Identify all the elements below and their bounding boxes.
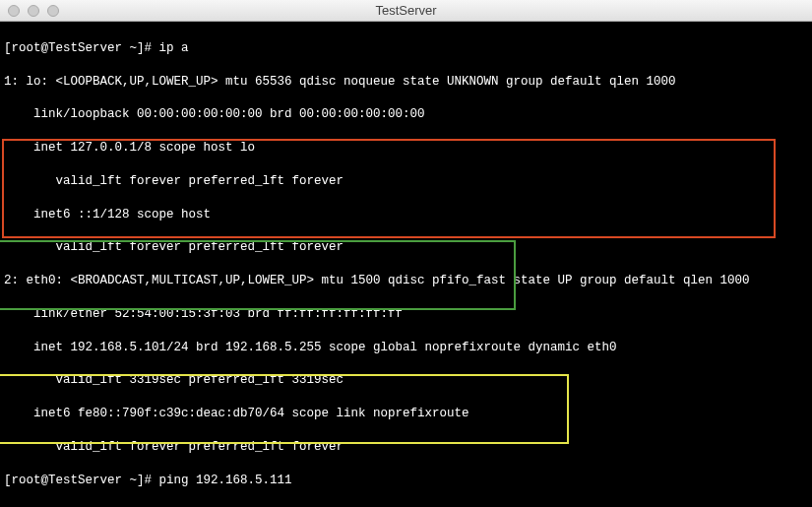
- maximize-icon[interactable]: [47, 5, 59, 17]
- terminal-line: link/ether 52:54:00:15:3f:03 brd ff:ff:f…: [4, 306, 808, 323]
- terminal-line: valid_lft forever preferred_lft forever: [4, 173, 808, 190]
- close-icon[interactable]: [8, 5, 20, 17]
- terminal-output[interactable]: [root@TestServer ~]# ip a 1: lo: <LOOPBA…: [0, 22, 812, 507]
- terminal-line: inet 192.168.5.101/24 brd 192.168.5.255 …: [4, 340, 808, 356]
- terminal-line: 2: eth0: <BROADCAST,MULTICAST,UP,LOWER_U…: [4, 273, 808, 289]
- terminal-line: inet6 ::1/128 scope host: [4, 207, 808, 223]
- terminal-line: inet6 fe80::790f:c39c:deac:db70/64 scope…: [4, 406, 808, 422]
- window-titlebar: TestServer: [0, 0, 812, 22]
- window-title: TestServer: [375, 2, 436, 20]
- terminal-line: 1: lo: <LOOPBACK,UP,LOWER_UP> mtu 65536 …: [4, 74, 808, 91]
- minimize-icon[interactable]: [28, 5, 39, 17]
- terminal-line: [root@TestServer ~]# ping 192.168.5.111: [4, 473, 808, 489]
- terminal-line: valid_lft forever preferred_lft forever: [4, 239, 808, 256]
- terminal-line: inet 127.0.0.1/8 scope host lo: [4, 140, 808, 157]
- terminal-line: link/loopback 00:00:00:00:00:00 brd 00:0…: [4, 106, 808, 123]
- terminal-line: [root@TestServer ~]# ip a: [4, 40, 808, 57]
- terminal-line: valid_lft 3319sec preferred_lft 3319sec: [4, 372, 808, 389]
- traffic-lights: [8, 5, 59, 17]
- terminal-line: valid_lft forever preferred_lft forever: [4, 439, 808, 456]
